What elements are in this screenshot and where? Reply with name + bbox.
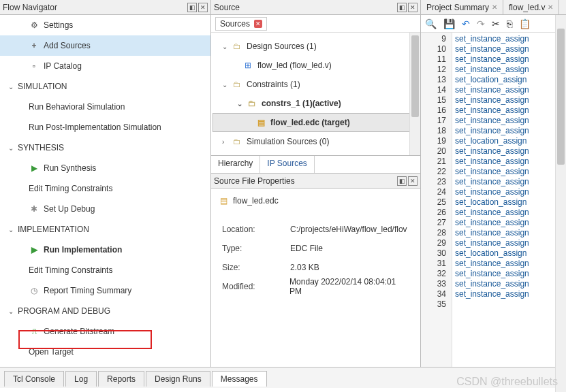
nav-run-synthesis[interactable]: ▶Run Synthesis xyxy=(0,158,210,178)
tab-label: Project Summary xyxy=(426,3,489,12)
tree-constraints[interactable]: ⌄🗀Constraints (1) xyxy=(213,75,419,94)
code-lines: set_instance_assignset_instance_assignse… xyxy=(452,33,532,367)
source-title: Source xyxy=(214,3,396,12)
chevron-down-icon: ⌄ xyxy=(8,83,15,91)
redo-icon[interactable]: ↷ xyxy=(477,18,485,29)
tree-label: flow_led.edc (target) xyxy=(270,118,350,127)
gear-icon: ⚙ xyxy=(29,20,40,31)
module-icon: ⊞ xyxy=(242,60,253,71)
props-file-row: ▤flow_led.edc xyxy=(211,189,420,213)
nav-open-target[interactable]: Open Target xyxy=(0,342,210,362)
tab-hierarchy[interactable]: Hierarchy xyxy=(211,156,260,173)
nav-label: Report Timing Summary xyxy=(44,286,131,295)
pin-icon[interactable]: ◧ xyxy=(397,176,407,186)
clock-icon: ◷ xyxy=(29,285,40,296)
save-icon[interactable]: 💾 xyxy=(443,18,455,29)
pin-icon[interactable]: ◧ xyxy=(397,3,407,12)
watermark: CSDN @threebullets xyxy=(456,376,558,388)
tree-label: flow_led (flow_led.v) xyxy=(257,61,332,70)
tab-flow-led-v[interactable]: flow_led.v✕ xyxy=(503,0,559,14)
code-editor[interactable]: 9101112131415161718192021222324252627282… xyxy=(421,33,566,367)
tab-tcl-console[interactable]: Tcl Console xyxy=(4,371,64,387)
search-icon[interactable]: 🔍 xyxy=(425,18,437,29)
cut-icon[interactable]: ✂ xyxy=(492,18,500,29)
tree-label: Constraints (1) xyxy=(247,80,300,89)
play-icon: ▶ xyxy=(29,244,40,255)
props-header: Source File Properties ◧ ✕ xyxy=(211,174,420,189)
nav-label: Edit Timing Constraints xyxy=(29,184,112,193)
chevron-down-icon: ⌄ xyxy=(222,43,229,50)
props-value: 2.03 KB xyxy=(290,263,319,272)
tab-project-summary[interactable]: Project Summary✕ xyxy=(421,0,503,14)
props-value: Monday 2022/02/14 08:04:01 PM xyxy=(289,277,409,296)
tree-label: constrs_1 (1)(active) xyxy=(262,99,341,108)
nav-label: Generate Bitstream xyxy=(44,327,114,336)
folder-icon: 🗀 xyxy=(232,136,242,147)
tab-label: flow_led.v xyxy=(509,3,545,12)
nav-label: PROGRAM AND DEBUG xyxy=(18,306,110,316)
nav-cat-synthesis[interactable]: ⌄SYNTHESIS xyxy=(0,137,210,158)
nav-settings[interactable]: ⚙Settings xyxy=(0,15,210,35)
bitstream-icon: ⎍ xyxy=(29,326,40,337)
nav-label: IP Catalog xyxy=(44,61,82,71)
scrollbar[interactable] xyxy=(409,33,420,155)
close-icon[interactable]: ✕ xyxy=(254,20,262,28)
play-icon: ▶ xyxy=(29,163,40,174)
props-label: Location: xyxy=(222,225,290,234)
folder-icon: 🗀 xyxy=(247,98,257,109)
tab-messages[interactable]: Messages xyxy=(212,371,267,387)
nav-run-implementation[interactable]: ▶Run Implementation xyxy=(0,240,210,260)
close-icon[interactable]: ✕ xyxy=(408,3,418,12)
chevron-down-icon: ⌄ xyxy=(8,308,15,315)
nav-label: Open Target xyxy=(29,347,74,357)
pin-icon[interactable]: ◧ xyxy=(187,3,197,12)
file-icon: ▤ xyxy=(255,117,266,128)
nav-cat-program-debug[interactable]: ⌄PROGRAM AND DEBUG xyxy=(0,301,210,321)
nav-ip-catalog[interactable]: ▫IP Catalog xyxy=(0,56,210,76)
close-icon[interactable]: ✕ xyxy=(492,3,497,11)
flow-navigator-title: Flow Navigator xyxy=(3,3,186,12)
scroll-thumb[interactable] xyxy=(557,29,565,165)
plus-icon: + xyxy=(29,40,40,51)
copy-icon[interactable]: ⎘ xyxy=(507,18,512,29)
close-icon[interactable]: ✕ xyxy=(198,3,208,12)
nav-edit-timing-1: Edit Timing Constraints xyxy=(0,178,210,199)
flow-navigator-header: Flow Navigator ◧ ✕ xyxy=(0,0,210,15)
nav-label: SYNTHESIS xyxy=(18,143,64,152)
tree-design-sources[interactable]: ⌄🗀Design Sources (1) xyxy=(213,37,419,56)
tree-label: Design Sources (1) xyxy=(247,42,317,51)
tree-flow-led-edc[interactable]: ▤flow_led.edc (target) xyxy=(213,113,419,132)
editor-tabs: Project Summary✕ flow_led.v✕ xyxy=(421,0,566,15)
nav-report-timing[interactable]: ◷Report Timing Summary xyxy=(0,280,210,301)
close-icon[interactable]: ✕ xyxy=(548,3,553,11)
scroll-thumb[interactable] xyxy=(411,35,419,117)
nav-run-behavioral-sim[interactable]: Run Behavioral Simulation xyxy=(0,97,210,117)
tab-reports[interactable]: Reports xyxy=(98,371,144,387)
tab-design-runs[interactable]: Design Runs xyxy=(146,371,210,387)
tree-label: Simulation Sources (0) xyxy=(247,137,329,146)
file-icon: ▤ xyxy=(218,195,229,206)
editor-toolbar: 🔍 💾 ↶ ↷ ✂ ⎘ 📋 xyxy=(421,15,566,33)
chevron-right-icon: › xyxy=(222,138,229,146)
paste-icon[interactable]: 📋 xyxy=(519,18,531,29)
tree-constrs-1[interactable]: ⌄🗀constrs_1 (1)(active) xyxy=(213,94,419,113)
tab-log[interactable]: Log xyxy=(65,371,97,387)
nav-add-sources[interactable]: +Add Sources xyxy=(0,35,210,56)
tree-sim-sources[interactable]: ›🗀Simulation Sources (0) xyxy=(213,132,419,151)
props-label: Size: xyxy=(222,263,290,272)
tree-flow-led-v[interactable]: ⊞flow_led (flow_led.v) xyxy=(213,56,419,75)
nav-generate-bitstream[interactable]: ⎍Generate Bitstream xyxy=(0,321,210,342)
undo-icon[interactable]: ↶ xyxy=(462,18,470,29)
tab-ip-sources[interactable]: IP Sources xyxy=(260,156,314,173)
nav-cat-simulation[interactable]: ⌄SIMULATION xyxy=(0,76,210,97)
close-icon[interactable]: ✕ xyxy=(408,176,418,186)
nav-label: Run Post-Implementation Simulation xyxy=(29,122,161,132)
ip-icon: ▫ xyxy=(29,61,40,71)
nav-label: IMPLEMENTATION xyxy=(18,225,89,234)
sources-tab[interactable]: Sources✕ xyxy=(215,17,267,31)
chevron-down-icon: ⌄ xyxy=(222,81,229,88)
nav-run-post-impl-sim: Run Post-Implementation Simulation xyxy=(0,117,210,137)
scrollbar[interactable] xyxy=(555,15,566,392)
nav-setup-debug[interactable]: ✱Set Up Debug xyxy=(0,199,210,219)
nav-cat-implementation[interactable]: ⌄IMPLEMENTATION xyxy=(0,219,210,240)
